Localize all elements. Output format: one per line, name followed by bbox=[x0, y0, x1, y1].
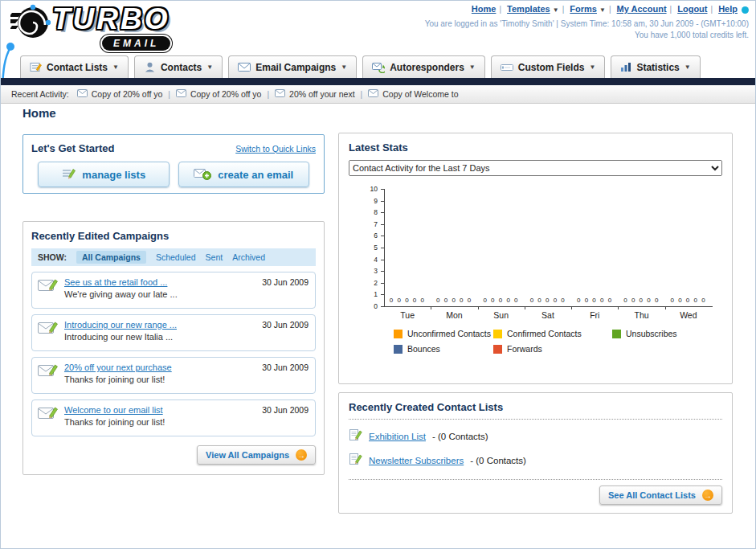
legend-item: Unconfirmed Contacts bbox=[394, 329, 493, 338]
divider bbox=[710, 5, 713, 14]
dotted-divider bbox=[349, 419, 722, 420]
latest-stats-panel: Latest Stats Contact Activity for the La… bbox=[338, 133, 733, 384]
create-email-icon bbox=[194, 167, 211, 182]
contact-list-link[interactable]: Exhibition List bbox=[369, 432, 426, 441]
campaign-title-link[interactable]: Introducing our new range ... bbox=[64, 320, 177, 330]
legend-item: Unsubscribes bbox=[612, 329, 722, 338]
see-all-contact-lists-button[interactable]: See All Contact Lists bbox=[599, 485, 722, 505]
header-link-forms[interactable]: Forms bbox=[570, 4, 597, 14]
chart-x-tick bbox=[618, 307, 619, 309]
contact-list-link[interactable]: Newsletter Subscribers bbox=[369, 456, 464, 465]
nav-tab-email-campaigns[interactable]: Email Campaigns bbox=[228, 55, 357, 78]
header-link-home[interactable]: Home bbox=[472, 4, 497, 14]
envelope-icon bbox=[77, 89, 88, 99]
divider bbox=[361, 90, 363, 99]
legend-item: Bounces bbox=[394, 344, 493, 354]
campaign-subtitle: Thanks for joining our list! bbox=[64, 375, 172, 384]
nav-tab-autoresponders[interactable]: Autoresponders bbox=[362, 55, 485, 78]
chart-x-tick bbox=[478, 307, 479, 309]
switch-to-quick-links[interactable]: Switch to Quick Links bbox=[235, 144, 316, 154]
chart-x-tick bbox=[571, 307, 572, 309]
campaigns-panel-title: Recently Edited Campaigns bbox=[31, 230, 316, 242]
chart-x-label: Fri bbox=[571, 310, 618, 320]
campaign-title-link[interactable]: Welcome to our email list bbox=[64, 405, 165, 415]
contact-list-count: - (0 Contacts) bbox=[470, 456, 526, 465]
legend-swatch bbox=[612, 330, 621, 338]
contact-list-item: Newsletter Subscribers - (0 Contacts) bbox=[349, 453, 722, 468]
legend-label: Bounces bbox=[407, 344, 440, 354]
nav-tab-statistics[interactable]: Statistics bbox=[611, 55, 700, 78]
campaigns-filter-bar: SHOW: All Campaigns Scheduled Sent Archi… bbox=[31, 248, 316, 266]
chart-y-tick-label: 4 bbox=[349, 256, 378, 264]
chart-y-tick bbox=[381, 306, 384, 307]
legend-label: Unsubscribes bbox=[626, 329, 677, 338]
nav-divider-bar bbox=[1, 78, 755, 85]
autoresponders-icon bbox=[372, 62, 385, 73]
header-right: Home Templates Forms My Account Logout H… bbox=[425, 4, 749, 39]
email-edit-icon bbox=[38, 405, 59, 424]
header-link-help[interactable]: Help bbox=[718, 4, 738, 14]
contact-lists-icon bbox=[30, 61, 42, 73]
nav-tab-label: Custom Fields bbox=[518, 62, 585, 73]
header-link-templates[interactable]: Templates bbox=[507, 4, 550, 14]
stats-range-select[interactable]: Contact Activity for the Last 7 Days bbox=[349, 160, 722, 176]
chevron-down-icon bbox=[469, 64, 476, 71]
recent-activity-item-label: 20% off your next bbox=[289, 89, 355, 99]
chevron-down-icon bbox=[553, 6, 559, 14]
filter-tab-sent[interactable]: Sent bbox=[206, 252, 223, 262]
recent-activity-item[interactable]: 20% off your next bbox=[275, 89, 355, 99]
page: TURBO EMAIL Home Templates Forms My Acco… bbox=[0, 0, 756, 549]
statistics-icon bbox=[620, 62, 631, 72]
create-email-button[interactable]: create an email bbox=[178, 162, 310, 187]
chevron-down-icon bbox=[341, 64, 347, 71]
list-edit-icon bbox=[349, 453, 362, 468]
recent-activity-item[interactable]: Copy of 20% off yo bbox=[77, 89, 163, 99]
campaign-subtitle: We're giving away our late ... bbox=[64, 289, 178, 299]
campaign-title-link[interactable]: See us at the retail food ... bbox=[64, 277, 178, 287]
campaign-row: Introducing our new range ... Introducin… bbox=[31, 314, 316, 351]
nav-tab-custom-fields[interactable]: Custom Fields bbox=[491, 55, 606, 78]
legend-swatch bbox=[394, 345, 403, 354]
chart-x-axis bbox=[384, 306, 713, 307]
arrow-right-icon bbox=[702, 490, 713, 501]
divider bbox=[168, 90, 170, 99]
chart-y-tick bbox=[381, 236, 384, 236]
chart-y-tick-label: 8 bbox=[349, 208, 378, 216]
legend-label: Confirmed Contacts bbox=[507, 329, 582, 338]
manage-lists-button[interactable]: manage lists bbox=[38, 162, 170, 187]
header-link-my-account[interactable]: My Account bbox=[617, 4, 667, 14]
main-navigation: Contact Lists Contacts Email Campaigns A… bbox=[20, 55, 701, 78]
chart-y-tick bbox=[381, 201, 384, 202]
recent-activity-item[interactable]: Copy of 20% off yo bbox=[176, 89, 262, 99]
chart-x-tick bbox=[525, 307, 525, 309]
legend-label: Forwards bbox=[507, 344, 542, 354]
chart-y-tick bbox=[381, 212, 384, 213]
campaign-row: See us at the retail food ... We're givi… bbox=[31, 272, 316, 309]
nav-tab-contacts[interactable]: Contacts bbox=[134, 55, 223, 78]
logo-text-email: EMAIL bbox=[102, 36, 170, 51]
recently-edited-campaigns-panel: Recently Edited Campaigns SHOW: All Camp… bbox=[22, 221, 325, 475]
live-help-status-icon[interactable] bbox=[742, 6, 749, 14]
filter-tab-scheduled[interactable]: Scheduled bbox=[156, 252, 196, 262]
envelope-icon bbox=[176, 89, 186, 99]
envelope-icon bbox=[275, 89, 285, 99]
filter-tab-archived[interactable]: Archived bbox=[232, 252, 265, 262]
nav-tab-contact-lists[interactable]: Contact Lists bbox=[20, 55, 129, 78]
chart-value-labels: 0 0 0 0 0 bbox=[525, 297, 571, 304]
chart-x-tick bbox=[665, 307, 666, 309]
recent-activity-bar: Recent Activity: Copy of 20% off yo Copy… bbox=[1, 85, 755, 104]
view-all-campaigns-button[interactable]: View All Campaigns bbox=[197, 445, 316, 465]
campaign-subtitle: Thanks for joining our list! bbox=[64, 417, 165, 427]
nav-tab-label: Email Campaigns bbox=[255, 62, 336, 73]
nav-tab-label: Autoresponders bbox=[390, 62, 464, 73]
legend-swatch bbox=[394, 330, 403, 338]
campaign-title-link[interactable]: 20% off your next purchase bbox=[64, 363, 172, 372]
recent-activity-item[interactable]: Copy of Welcome to bbox=[368, 89, 458, 99]
login-info: You are logged in as 'Timothy Smith' | S… bbox=[425, 19, 749, 28]
stats-legend: Unconfirmed ContactsConfirmed ContactsUn… bbox=[394, 329, 722, 354]
chart-y-tick-label: 9 bbox=[349, 197, 378, 205]
chart-y-tick-label: 0 bbox=[349, 302, 378, 310]
chart-x-label: Tue bbox=[384, 310, 431, 320]
header-link-logout[interactable]: Logout bbox=[677, 4, 707, 14]
filter-tab-all-campaigns[interactable]: All Campaigns bbox=[76, 251, 146, 264]
